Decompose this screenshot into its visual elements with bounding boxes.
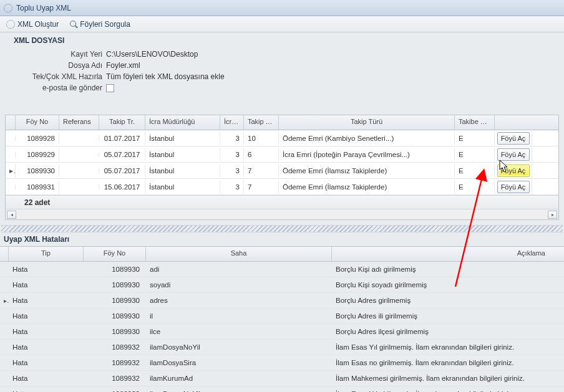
xml-dosyasi-section-label: XML DOSYASI bbox=[0, 32, 564, 49]
error-row[interactable]: Hata1089932ilamDosyaSiraİlam Esas no gir… bbox=[0, 355, 564, 371]
cell-takip-tr: 01.07.2017 bbox=[99, 132, 145, 145]
errors-grid: Tip Föy No Saha Açıklama Hata1089930adiB… bbox=[0, 246, 564, 392]
cell-aciklama: Borçlu Adres girilmemiş bbox=[332, 294, 564, 307]
eposta-checkbox[interactable] bbox=[106, 84, 114, 92]
errors-title: Uyap XML Hataları bbox=[0, 232, 564, 246]
cell-foyno: 1089932 bbox=[84, 341, 146, 353]
error-row[interactable]: Hata1089933ilamDosyaNoYilİlam Esas Yıl g… bbox=[0, 386, 564, 392]
col-icra[interactable]: İcra ... bbox=[220, 115, 244, 130]
cell-saha: ilamDosyaNoYil bbox=[146, 341, 332, 353]
cell-aciklama: İlam Mahkemesi girilmemiş. İlam ekranınd… bbox=[332, 372, 564, 385]
cell-saha: ilamDosyaNoYil bbox=[146, 388, 332, 392]
cell-icra: 3 bbox=[220, 148, 244, 161]
cell-aciklama: Borçlu Adres ilçesi girilmemiş bbox=[332, 325, 564, 338]
cell-foyno: 1089930 bbox=[84, 279, 146, 291]
col-foy-no[interactable]: Föy No bbox=[16, 115, 59, 130]
table-row[interactable]: ▸108993005.07.2017İstanbul37Ödeme Emri (… bbox=[6, 163, 558, 179]
cell-aciklama: Borçlu Adres ili girilmemiş bbox=[332, 310, 564, 322]
error-row[interactable]: Hata1089930ilBorçlu Adres ili girilmemiş bbox=[0, 308, 564, 324]
form-area: Kayıt Yeri C:\Users\LENOVO\Desktop Dosya… bbox=[0, 49, 564, 98]
row-indicator bbox=[0, 282, 9, 287]
cell-foy-no: 1089931 bbox=[16, 181, 59, 193]
col-icra-mudurlugu[interactable]: İcra Müdürlüğü bbox=[145, 115, 220, 130]
row-indicator bbox=[0, 329, 9, 334]
foyu-ac-button[interactable]: Föyü Aç bbox=[497, 165, 530, 177]
cell-icra-mud: İstanbul bbox=[145, 148, 220, 161]
cell-takip-t: 6 bbox=[244, 148, 279, 161]
col-err-foyno[interactable]: Föy No bbox=[84, 247, 146, 261]
table-row[interactable]: 108993115.06.2017İstanbul37Ödeme Emri (İ… bbox=[6, 179, 558, 195]
cell-foy-no: 1089929 bbox=[16, 148, 59, 161]
error-row[interactable]: ▸Hata1089930adresBorçlu Adres girilmemiş bbox=[0, 293, 564, 308]
error-row[interactable]: Hata1089930adiBorçlu Kişi adı girilmemiş bbox=[0, 262, 564, 277]
pane-splitter[interactable] bbox=[1, 225, 563, 232]
cell-tip: Hata bbox=[9, 388, 84, 392]
foy-grid-hscroll[interactable]: ◂ ▸ bbox=[6, 209, 558, 219]
cell-takip-turu: İcra Emri (İpoteğin Paraya Çevrilmesi...… bbox=[279, 148, 455, 161]
cell-tip: Hata bbox=[9, 279, 84, 291]
xml-create-button[interactable]: XML Oluştur bbox=[4, 19, 61, 30]
cell-referans bbox=[59, 152, 99, 157]
value-tekcok[interactable]: Tüm föyleri tek XML dosyasına ekle bbox=[106, 72, 225, 81]
error-row[interactable]: Hata1089930ilceBorçlu Adres ilçesi giril… bbox=[0, 324, 564, 340]
value-kayit-yeri[interactable]: C:\Users\LENOVO\Desktop bbox=[106, 50, 198, 59]
col-takibe-ge[interactable]: Takibe Ge... bbox=[455, 115, 495, 130]
cell-aciklama: Borçlu Kişi adı girilmemiş bbox=[332, 263, 564, 275]
foyu-ac-button[interactable]: Föyü Aç bbox=[497, 181, 530, 193]
col-aciklama[interactable]: Açıklama bbox=[332, 247, 564, 261]
foyu-ac-button[interactable]: Föyü Aç bbox=[497, 148, 530, 161]
row-indicator bbox=[0, 376, 9, 381]
scroll-left-icon[interactable]: ◂ bbox=[7, 211, 16, 219]
row-indicator bbox=[0, 313, 9, 318]
titlebar: Toplu Uyap XML bbox=[0, 0, 564, 16]
label-tekcok: Tek/Çok XML Hazırla bbox=[6, 72, 106, 81]
table-row[interactable]: 108992905.07.2017İstanbul36İcra Emri (İp… bbox=[6, 146, 558, 163]
error-row[interactable]: Hata1089932ilamKurumAdİlam Mahkemesi gir… bbox=[0, 371, 564, 386]
cell-aciklama: İlam Esas Yıl girilmemiş. İlam ekranında… bbox=[332, 341, 564, 353]
cell-icra: 3 bbox=[220, 165, 244, 177]
row-indicator bbox=[6, 152, 16, 157]
cell-icra-mud: İstanbul bbox=[145, 132, 220, 145]
table-row[interactable]: 108992801.07.2017İstanbul310Ödeme Emri (… bbox=[6, 130, 558, 146]
foyu-ac-button[interactable]: Föyü Aç bbox=[497, 132, 530, 145]
cell-takip-t: 10 bbox=[244, 132, 279, 145]
row-indicator bbox=[6, 136, 16, 141]
cell-takip-t: 7 bbox=[244, 181, 279, 193]
cell-saha: ilce bbox=[146, 325, 332, 338]
window-title: Toplu Uyap XML bbox=[16, 4, 71, 12]
cell-foyno: 1089932 bbox=[84, 356, 146, 369]
cell-takip-tr: 05.07.2017 bbox=[99, 148, 145, 161]
scroll-right-icon[interactable]: ▸ bbox=[548, 211, 557, 219]
cell-takip-tr: 15.06.2017 bbox=[99, 181, 145, 193]
label-dosya-adi: Dosya Adı bbox=[6, 61, 106, 70]
row-indicator bbox=[0, 345, 9, 350]
cell-tip: Hata bbox=[9, 263, 84, 275]
cell-takibe-ge: E bbox=[455, 132, 495, 145]
foyleri-sorgula-button[interactable]: Föyleri Sorgula bbox=[67, 19, 133, 30]
gear-icon bbox=[6, 20, 15, 29]
cell-takibe-ge: E bbox=[455, 181, 495, 193]
label-eposta: e-posta ile gönder bbox=[6, 84, 106, 92]
cell-takibe-ge: E bbox=[455, 148, 495, 161]
error-row[interactable]: Hata1089932ilamDosyaNoYilİlam Esas Yıl g… bbox=[0, 340, 564, 355]
cell-takibe-ge: E bbox=[455, 165, 495, 177]
cell-foyno: 1089933 bbox=[84, 388, 146, 392]
col-referans[interactable]: Referans bbox=[59, 115, 99, 130]
foyleri-sorgula-label: Föyleri Sorgula bbox=[80, 20, 130, 29]
col-takip-tr[interactable]: Takip Tr. bbox=[99, 115, 145, 130]
col-takip-t[interactable]: Takip T... bbox=[244, 115, 279, 130]
cell-saha: soyadi bbox=[146, 279, 332, 291]
value-dosya-adi[interactable]: Foyler.xml bbox=[106, 61, 140, 70]
cell-referans bbox=[59, 168, 99, 173]
cell-foyno: 1089930 bbox=[84, 325, 146, 338]
cell-takip-t: 7 bbox=[244, 165, 279, 177]
foy-grid-header: Föy No Referans Takip Tr. İcra Müdürlüğü… bbox=[6, 115, 558, 130]
cell-icra: 3 bbox=[220, 181, 244, 193]
col-takip-turu[interactable]: Takip Türü bbox=[279, 115, 455, 130]
app-icon bbox=[4, 4, 12, 12]
col-tip[interactable]: Tip bbox=[9, 247, 84, 261]
toolbar: XML Oluştur Föyleri Sorgula bbox=[0, 16, 564, 32]
error-row[interactable]: Hata1089930soyadiBorçlu Kişi soyadı giri… bbox=[0, 277, 564, 293]
col-saha[interactable]: Saha bbox=[146, 247, 332, 261]
cell-saha: ilamDosyaSira bbox=[146, 356, 332, 369]
